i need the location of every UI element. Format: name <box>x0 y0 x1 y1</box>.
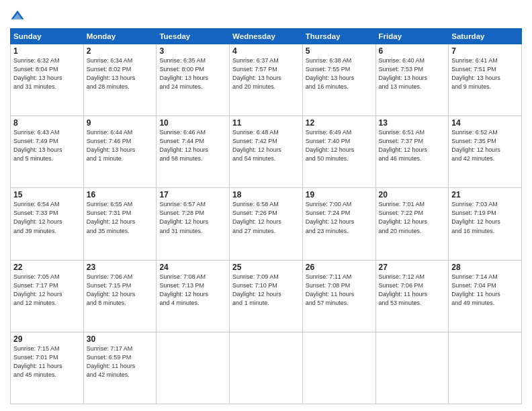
calendar-cell <box>157 332 230 404</box>
calendar-cell <box>449 332 522 404</box>
day-info: Sunrise: 6:35 AM Sunset: 8:00 PM Dayligh… <box>159 56 226 91</box>
calendar-cell: 23Sunrise: 7:06 AM Sunset: 7:15 PM Dayli… <box>83 260 157 332</box>
calendar-cell: 8Sunrise: 6:43 AM Sunset: 7:49 PM Daylig… <box>11 116 84 188</box>
calendar-cell: 27Sunrise: 7:12 AM Sunset: 7:06 PM Dayli… <box>375 260 449 332</box>
weekday-tuesday: Tuesday <box>157 29 230 44</box>
day-number: 22 <box>13 263 81 272</box>
day-info: Sunrise: 6:32 AM Sunset: 8:04 PM Dayligh… <box>13 56 81 91</box>
day-info: Sunrise: 7:03 AM Sunset: 7:19 PM Dayligh… <box>451 200 519 235</box>
day-info: Sunrise: 6:54 AM Sunset: 7:33 PM Dayligh… <box>13 200 81 235</box>
day-number: 5 <box>306 46 373 56</box>
calendar-page: SundayMondayTuesdayWednesdayThursdayFrid… <box>0 0 532 411</box>
calendar-week-1: 1Sunrise: 6:32 AM Sunset: 8:04 PM Daylig… <box>11 44 522 116</box>
day-number: 21 <box>451 190 519 199</box>
calendar-cell: 2Sunrise: 6:34 AM Sunset: 8:02 PM Daylig… <box>83 44 157 116</box>
day-info: Sunrise: 6:55 AM Sunset: 7:31 PM Dayligh… <box>87 200 154 235</box>
calendar-cell: 28Sunrise: 7:14 AM Sunset: 7:04 PM Dayli… <box>449 260 522 332</box>
day-number: 13 <box>379 118 446 128</box>
day-number: 29 <box>13 334 81 344</box>
day-number: 7 <box>451 46 519 56</box>
calendar-cell: 15Sunrise: 6:54 AM Sunset: 7:33 PM Dayli… <box>11 188 84 260</box>
day-number: 27 <box>379 263 446 272</box>
day-info: Sunrise: 6:49 AM Sunset: 7:40 PM Dayligh… <box>306 128 373 163</box>
day-number: 20 <box>379 190 446 199</box>
day-info: Sunrise: 6:38 AM Sunset: 7:55 PM Dayligh… <box>306 56 373 91</box>
day-info: Sunrise: 6:57 AM Sunset: 7:28 PM Dayligh… <box>159 200 226 235</box>
day-info: Sunrise: 6:34 AM Sunset: 8:02 PM Dayligh… <box>87 56 154 91</box>
day-number: 12 <box>306 118 373 128</box>
calendar-cell: 5Sunrise: 6:38 AM Sunset: 7:55 PM Daylig… <box>302 44 375 116</box>
day-info: Sunrise: 6:48 AM Sunset: 7:42 PM Dayligh… <box>232 128 300 163</box>
calendar-cell: 4Sunrise: 6:37 AM Sunset: 7:57 PM Daylig… <box>230 44 303 116</box>
day-info: Sunrise: 7:11 AM Sunset: 7:08 PM Dayligh… <box>306 273 373 308</box>
calendar-cell: 11Sunrise: 6:48 AM Sunset: 7:42 PM Dayli… <box>230 116 303 188</box>
calendar-cell: 29Sunrise: 7:15 AM Sunset: 7:01 PM Dayli… <box>11 332 84 404</box>
logo <box>10 9 26 24</box>
day-number: 24 <box>159 263 226 272</box>
calendar-cell: 6Sunrise: 6:40 AM Sunset: 7:53 PM Daylig… <box>375 44 449 116</box>
day-number: 23 <box>87 263 154 272</box>
calendar-cell: 18Sunrise: 6:58 AM Sunset: 7:26 PM Dayli… <box>230 188 303 260</box>
day-info: Sunrise: 7:12 AM Sunset: 7:06 PM Dayligh… <box>379 273 446 308</box>
calendar-cell: 12Sunrise: 6:49 AM Sunset: 7:40 PM Dayli… <box>302 116 375 188</box>
day-info: Sunrise: 7:05 AM Sunset: 7:17 PM Dayligh… <box>13 273 81 308</box>
day-info: Sunrise: 6:58 AM Sunset: 7:26 PM Dayligh… <box>232 200 300 235</box>
calendar-cell: 21Sunrise: 7:03 AM Sunset: 7:19 PM Dayli… <box>449 188 522 260</box>
calendar-cell <box>302 332 375 404</box>
calendar-week-4: 22Sunrise: 7:05 AM Sunset: 7:17 PM Dayli… <box>11 260 522 332</box>
weekday-thursday: Thursday <box>302 29 375 44</box>
calendar-cell: 25Sunrise: 7:09 AM Sunset: 7:10 PM Dayli… <box>230 260 303 332</box>
day-info: Sunrise: 7:06 AM Sunset: 7:15 PM Dayligh… <box>87 273 154 308</box>
weekday-monday: Monday <box>83 29 157 44</box>
day-info: Sunrise: 7:14 AM Sunset: 7:04 PM Dayligh… <box>451 273 519 308</box>
calendar-cell: 20Sunrise: 7:01 AM Sunset: 7:22 PM Dayli… <box>375 188 449 260</box>
calendar-cell <box>230 332 303 404</box>
day-number: 10 <box>159 118 226 128</box>
day-number: 14 <box>451 118 519 128</box>
day-number: 17 <box>159 190 226 199</box>
calendar-cell: 10Sunrise: 6:46 AM Sunset: 7:44 PM Dayli… <box>157 116 230 188</box>
day-info: Sunrise: 7:08 AM Sunset: 7:13 PM Dayligh… <box>159 273 226 308</box>
calendar-week-3: 15Sunrise: 6:54 AM Sunset: 7:33 PM Dayli… <box>11 188 522 260</box>
calendar-cell: 13Sunrise: 6:51 AM Sunset: 7:37 PM Dayli… <box>375 116 449 188</box>
day-number: 25 <box>232 263 300 272</box>
day-number: 16 <box>87 190 154 199</box>
day-number: 11 <box>232 118 300 128</box>
weekday-sunday: Sunday <box>11 29 84 44</box>
calendar-week-2: 8Sunrise: 6:43 AM Sunset: 7:49 PM Daylig… <box>11 116 522 188</box>
day-number: 3 <box>159 46 226 56</box>
calendar-cell: 9Sunrise: 6:44 AM Sunset: 7:46 PM Daylig… <box>83 116 157 188</box>
calendar-cell: 16Sunrise: 6:55 AM Sunset: 7:31 PM Dayli… <box>83 188 157 260</box>
calendar-cell: 1Sunrise: 6:32 AM Sunset: 8:04 PM Daylig… <box>11 44 84 116</box>
day-info: Sunrise: 7:09 AM Sunset: 7:10 PM Dayligh… <box>232 273 300 308</box>
day-info: Sunrise: 7:17 AM Sunset: 6:59 PM Dayligh… <box>87 345 154 379</box>
day-info: Sunrise: 7:15 AM Sunset: 7:01 PM Dayligh… <box>13 345 81 379</box>
day-number: 18 <box>232 190 300 199</box>
weekday-header-row: SundayMondayTuesdayWednesdayThursdayFrid… <box>11 29 522 44</box>
day-number: 28 <box>451 263 519 272</box>
day-info: Sunrise: 6:52 AM Sunset: 7:35 PM Dayligh… <box>451 128 519 163</box>
header <box>10 7 522 24</box>
calendar-cell: 30Sunrise: 7:17 AM Sunset: 6:59 PM Dayli… <box>83 332 157 404</box>
weekday-wednesday: Wednesday <box>230 29 303 44</box>
day-info: Sunrise: 7:00 AM Sunset: 7:24 PM Dayligh… <box>306 200 373 235</box>
weekday-friday: Friday <box>375 29 449 44</box>
day-info: Sunrise: 6:40 AM Sunset: 7:53 PM Dayligh… <box>379 56 446 91</box>
calendar-cell: 3Sunrise: 6:35 AM Sunset: 8:00 PM Daylig… <box>157 44 230 116</box>
calendar-table: SundayMondayTuesdayWednesdayThursdayFrid… <box>10 28 522 404</box>
calendar-cell: 24Sunrise: 7:08 AM Sunset: 7:13 PM Dayli… <box>157 260 230 332</box>
calendar-cell: 26Sunrise: 7:11 AM Sunset: 7:08 PM Dayli… <box>302 260 375 332</box>
calendar-cell: 7Sunrise: 6:41 AM Sunset: 7:51 PM Daylig… <box>449 44 522 116</box>
logo-icon <box>10 9 25 24</box>
calendar-cell: 22Sunrise: 7:05 AM Sunset: 7:17 PM Dayli… <box>11 260 84 332</box>
day-number: 15 <box>13 190 81 199</box>
calendar-cell: 17Sunrise: 6:57 AM Sunset: 7:28 PM Dayli… <box>157 188 230 260</box>
day-info: Sunrise: 6:37 AM Sunset: 7:57 PM Dayligh… <box>232 56 300 91</box>
weekday-saturday: Saturday <box>449 29 522 44</box>
calendar-cell: 14Sunrise: 6:52 AM Sunset: 7:35 PM Dayli… <box>449 116 522 188</box>
calendar-cell <box>375 332 449 404</box>
day-number: 19 <box>306 190 373 199</box>
day-info: Sunrise: 6:46 AM Sunset: 7:44 PM Dayligh… <box>159 128 226 163</box>
day-number: 8 <box>13 118 81 128</box>
day-number: 30 <box>87 334 154 344</box>
